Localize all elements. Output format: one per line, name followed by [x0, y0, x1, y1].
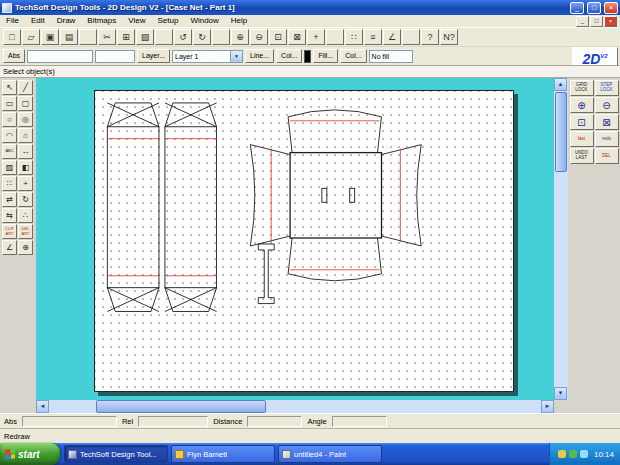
- transform-tool[interactable]: ⇄: [2, 192, 17, 207]
- zoom-window-button[interactable]: ⊡: [570, 114, 594, 130]
- line-col-button[interactable]: Col...: [276, 49, 302, 63]
- redo-button[interactable]: ↻: [193, 29, 211, 45]
- task-techsoft[interactable]: TechSoft Design Tool...: [64, 445, 168, 463]
- clip-art-tool[interactable]: CLIP ART: [2, 224, 17, 239]
- fill-button[interactable]: Fill...: [313, 49, 338, 63]
- help-button[interactable]: ?: [421, 29, 439, 45]
- open-button[interactable]: ▱: [22, 29, 40, 45]
- menu-item[interactable]: Draw: [51, 15, 82, 27]
- vertical-scroll-thumb[interactable]: [555, 92, 567, 172]
- new-button[interactable]: □: [3, 29, 21, 45]
- arc-tool[interactable]: ◠: [2, 128, 17, 143]
- drawing-canvas[interactable]: [36, 78, 554, 400]
- net-panel-2[interactable]: [165, 103, 217, 312]
- select-tool[interactable]: ↖: [2, 80, 17, 95]
- grid-button[interactable]: ∷: [345, 29, 363, 45]
- fill-col-button[interactable]: Col...: [340, 49, 366, 63]
- undo-last-button[interactable]: UNDO LAST: [570, 148, 594, 164]
- net-cross[interactable]: [250, 110, 421, 281]
- cut-button[interactable]: ✂: [98, 29, 116, 45]
- zoom-window-button[interactable]: ⊡: [269, 29, 287, 45]
- rotate-tool[interactable]: ↻: [18, 192, 33, 207]
- close-button[interactable]: ×: [604, 2, 618, 14]
- maximize-button[interactable]: □: [587, 2, 601, 14]
- circle-tool[interactable]: ○: [2, 112, 17, 127]
- step-lock-button[interactable]: STEP LOCK: [595, 80, 619, 96]
- coord-field-1[interactable]: [27, 50, 93, 63]
- zoom-extents-button[interactable]: ⊠: [288, 29, 306, 45]
- snap-tool[interactable]: +: [18, 176, 33, 191]
- save-button[interactable]: ▣: [41, 29, 59, 45]
- array-tool[interactable]: ∴: [18, 208, 33, 223]
- mdi-close-button[interactable]: ×: [604, 16, 617, 27]
- menu-item[interactable]: Window: [184, 15, 224, 27]
- dimension-tool[interactable]: ↔: [18, 144, 33, 159]
- zoom-tool[interactable]: ⊕: [18, 240, 33, 255]
- scroll-down-icon[interactable]: ▼: [554, 387, 567, 400]
- horizontal-scroll-thumb[interactable]: [96, 400, 266, 413]
- zoom-full-button[interactable]: ⊠: [595, 114, 619, 130]
- grid-lock-button[interactable]: GRID LOCK: [570, 80, 594, 96]
- line-color-swatch[interactable]: [304, 50, 311, 63]
- layer-select[interactable]: Layer 1 ▼: [172, 50, 243, 63]
- app-icon: [2, 3, 12, 13]
- scroll-right-icon[interactable]: ►: [541, 400, 554, 413]
- zoom-in-button[interactable]: ⊕: [570, 97, 594, 113]
- rounded-rect-tool[interactable]: ▢: [18, 96, 33, 111]
- net-i-piece[interactable]: [258, 244, 274, 304]
- horizontal-scrollbar[interactable]: ◄ ►: [36, 400, 554, 413]
- fill-tool[interactable]: ◧: [18, 160, 33, 175]
- task-flyn-barnett[interactable]: Flyn Barnett: [171, 445, 275, 463]
- menu-item[interactable]: File: [0, 15, 25, 27]
- zoom-last-button[interactable]: last: [570, 131, 594, 147]
- mdi-restore-button[interactable]: □: [590, 16, 603, 27]
- tray-icon-3[interactable]: [580, 450, 588, 458]
- measure-button[interactable]: ∠: [383, 29, 401, 45]
- grid-tool[interactable]: ∷: [2, 176, 17, 191]
- menu-item[interactable]: View: [122, 15, 151, 27]
- redraw-label: Redraw: [4, 432, 30, 441]
- start-button[interactable]: start: [0, 443, 60, 465]
- task-paint[interactable]: untitled4 - Paint: [278, 445, 382, 463]
- measure-tool[interactable]: ∠: [2, 240, 17, 255]
- net-panel-1[interactable]: [107, 103, 159, 312]
- menu-item[interactable]: Bitmaps: [81, 15, 122, 27]
- zoom-out-button[interactable]: ⊖: [595, 97, 619, 113]
- context-help-button[interactable]: N?: [440, 29, 458, 45]
- tray-icon-1[interactable]: [558, 450, 566, 458]
- mdi-minimize-button[interactable]: _: [576, 16, 589, 27]
- undo-button[interactable]: ↺: [174, 29, 192, 45]
- title-bar[interactable]: TechSoft Design Tools - 2D Design V2 - […: [0, 0, 620, 15]
- delete-button[interactable]: DEL: [595, 148, 619, 164]
- delete-art-tool[interactable]: DEL ART: [18, 224, 33, 239]
- layer-button[interactable]: Layer...: [137, 49, 170, 63]
- copy-button[interactable]: ⊞: [117, 29, 135, 45]
- menu-item[interactable]: Edit: [25, 15, 51, 27]
- abs-button[interactable]: Abs: [3, 49, 25, 63]
- rectangle-tool[interactable]: ▭: [2, 96, 17, 111]
- layers-button[interactable]: ≡: [364, 29, 382, 45]
- drawing-page[interactable]: [94, 90, 514, 392]
- mirror-tool[interactable]: ⇆: [2, 208, 17, 223]
- scroll-left-icon[interactable]: ◄: [36, 400, 49, 413]
- polygon-tool[interactable]: ⌂: [18, 128, 33, 143]
- zoom-redo-button[interactable]: redo: [595, 131, 619, 147]
- vertical-scrollbar[interactable]: ▲ ▼: [554, 78, 568, 400]
- pan-button[interactable]: +: [307, 29, 325, 45]
- print-button[interactable]: ▤: [60, 29, 78, 45]
- text-tool[interactable]: ABC: [2, 144, 17, 159]
- hatch-tool[interactable]: ▨: [2, 160, 17, 175]
- scroll-up-icon[interactable]: ▲: [554, 78, 567, 91]
- menu-item[interactable]: Help: [225, 15, 253, 27]
- ellipse-tool[interactable]: ◎: [18, 112, 33, 127]
- zoom-out-button[interactable]: ⊖: [250, 29, 268, 45]
- minimize-button[interactable]: _: [570, 2, 584, 14]
- tray-icon-2[interactable]: [569, 450, 577, 458]
- chevron-down-icon[interactable]: ▼: [230, 50, 243, 63]
- menu-item[interactable]: Setup: [151, 15, 184, 27]
- zoom-in-button[interactable]: ⊕: [231, 29, 249, 45]
- line-tool[interactable]: ╱: [18, 80, 33, 95]
- coord-field-2[interactable]: [95, 50, 135, 63]
- line-button[interactable]: Line...: [245, 49, 274, 63]
- paste-button[interactable]: ▨: [136, 29, 154, 45]
